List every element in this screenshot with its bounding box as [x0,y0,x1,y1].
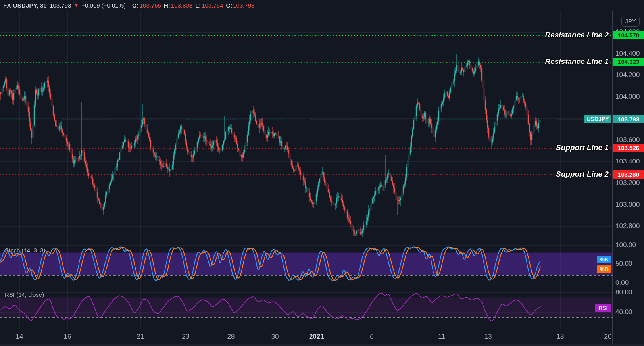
resistance-line-2-label[interactable]: Resistance Line 2 [545,31,609,39]
rsi-axis-label: 40.00 [615,309,632,316]
rsi-indicator-title[interactable]: RSI (14, close) [5,291,44,298]
chart-legend[interactable]: FX:USDJPY, 30 103.793 ▼ −0.009 (−0.01%) … [3,2,254,9]
time-axis-label: 18 [557,333,564,340]
stoch-axis-label: 0.00 [615,279,629,286]
price-axis-label: 103.200 [615,179,640,186]
time-axis-label: 13 [484,333,492,340]
last-price-value: 103.793 [50,2,71,9]
resistance-line-1-label[interactable]: Resistance Line 1 [545,57,609,66]
open-value: O:103.765 [132,2,161,9]
time-axis-label: 2021 [309,333,324,340]
trading-chart-window: FX:USDJPY, 30 103.793 ▼ −0.009 (−0.01%) … [0,0,644,346]
support-line-1-label[interactable]: Support Line 1 [556,143,609,152]
time-axis-label: 30 [271,333,279,340]
stoch-d-badge: %D [597,265,611,273]
stoch-axis-label: 100.00 [615,242,636,249]
time-axis-label: 21 [137,333,144,340]
price-down-triangle-icon: ▼ [74,2,79,8]
time-axis-label: 20 [604,333,612,340]
chart-canvas[interactable] [0,0,644,346]
price-axis-label: 102.800 [615,223,640,230]
price-change: −0.009 (−0.01%) [81,2,126,9]
price-axis-label: 103.600 [615,136,640,144]
close-value: C:103.793 [226,2,254,9]
resistance-2-price-badge: 104.570 [613,31,644,39]
price-axis-label: 104.200 [615,71,640,79]
time-axis-label: 6 [370,333,373,340]
low-value: L:103.764 [195,2,223,9]
price-axis-label: 103.000 [615,201,640,208]
window-bottom-strip [0,344,644,346]
support-1-price-badge: 103.526 [613,144,644,152]
price-axis-label: 104.400 [615,50,640,57]
last-price-badge: 103.793 [613,115,644,123]
support-2-price-badge: 103.280 [613,170,644,179]
time-axis-label: 16 [64,333,71,340]
high-value: H:103.808 [164,2,192,9]
stoch-axis-label: 50.00 [615,260,632,267]
time-axis-label: 11 [438,333,445,340]
rsi-badge: RSI [595,304,611,312]
time-axis-label: 23 [182,333,190,340]
rsi-axis-label: 80.00 [615,289,632,296]
price-axis-label: 104.000 [615,93,640,100]
currency-axis-button[interactable]: JPY [621,16,640,27]
support-line-2-label[interactable]: Support Line 2 [556,170,609,179]
time-axis-label: 28 [227,333,235,340]
stoch-indicator-title[interactable]: Stoch (14, 3, 3) [5,247,46,254]
stoch-k-badge: %K [597,256,611,263]
symbol-price-tag: USDJPY [584,115,611,123]
price-axis-label: 103.400 [615,158,640,165]
symbol-title[interactable]: FX:USDJPY, 30 [3,2,47,9]
resistance-1-price-badge: 104.323 [613,58,644,66]
time-axis-label: 14 [16,333,23,340]
